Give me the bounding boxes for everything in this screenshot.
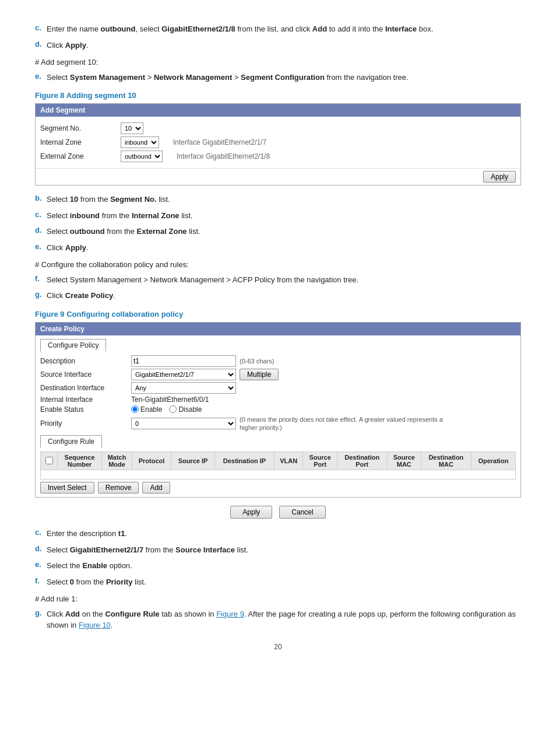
description-label: Description xyxy=(40,357,128,365)
text-e-bottom: Select the Enable option. xyxy=(47,560,521,572)
multiple-button[interactable]: Multiple xyxy=(240,369,279,380)
destination-interface-row: Destination Interface Any xyxy=(40,382,516,394)
col-vlan: VLAN xyxy=(274,452,303,470)
step-d-bottom: d. Select GigabitEthernet2/1/7 from the … xyxy=(35,544,521,556)
step-b-mid: b. Select 10 from the Segment No. list. xyxy=(35,194,521,205)
description-row: Description (0-63 chars) xyxy=(40,355,516,367)
segment-no-row: Segment No. 10 xyxy=(40,123,516,134)
letter-g-top: g. xyxy=(35,290,43,302)
disable-radio[interactable] xyxy=(169,405,177,413)
internal-zone-select[interactable]: inbound xyxy=(121,136,159,148)
select-all-checkbox[interactable] xyxy=(45,457,53,464)
text-c-bottom: Enter the description t1. xyxy=(47,528,521,540)
priority-label: Priority xyxy=(40,419,128,428)
col-source-port: SourcePort xyxy=(303,452,337,470)
priority-select[interactable]: 0 xyxy=(131,418,236,429)
enable-radio[interactable] xyxy=(131,405,139,413)
letter-f: f. xyxy=(35,274,43,286)
empty-table-row xyxy=(41,470,516,480)
letter-c-bottom: c. xyxy=(35,528,43,540)
col-sequence: SequenceNumber xyxy=(58,452,102,470)
figure10-link[interactable]: Figure 10 xyxy=(79,621,111,629)
step-e-mid: e. Click Apply. xyxy=(35,242,521,254)
hash-line-2: # Configure the collaboration policy and… xyxy=(35,259,521,271)
step-d-mid: d. Select outbound from the External Zon… xyxy=(35,226,521,237)
text-b-mid: Select 10 from the Segment No. list. xyxy=(47,194,521,205)
internal-interface-row: Internal Interface Ten-GigabitEthernet6/… xyxy=(40,396,516,404)
priority-hint: (0 means the priority does not take effe… xyxy=(240,415,461,432)
rule-table: SequenceNumber MatchMode Protocol Source… xyxy=(40,452,516,480)
step-e-bottom: e. Select the Enable option. xyxy=(35,560,521,572)
text-e-mid: Click Apply. xyxy=(47,242,521,254)
figure8-apply-button[interactable]: Apply xyxy=(483,171,516,183)
enable-status-radio-group: Enable Disable xyxy=(131,405,202,414)
add-rule-button[interactable]: Add xyxy=(142,482,170,494)
rule-button-row: Invert Select Remove Add xyxy=(40,482,516,494)
hash-line-3: # Add rule 1: xyxy=(35,593,521,605)
external-zone-interface: Interface GigabitEthernet2/1/8 xyxy=(177,152,270,160)
enable-status-label: Enable Status xyxy=(40,405,128,414)
external-zone-row: External Zone outbound Interface Gigabit… xyxy=(40,150,516,162)
col-destination-mac: DestinationMAC xyxy=(421,452,471,470)
col-source-ip: Source IP xyxy=(171,452,215,470)
description-input[interactable] xyxy=(131,355,236,367)
disable-radio-label[interactable]: Disable xyxy=(169,405,202,414)
text-g-top: Click Create Policy. xyxy=(47,290,521,302)
figure9-label: Figure 9 Configuring collaboration polic… xyxy=(35,310,521,318)
letter-e-mid: e. xyxy=(35,242,43,254)
text-c-top: Enter the name outbound, select GigabitE… xyxy=(47,23,521,35)
text-e: Select System Management > Network Manag… xyxy=(47,72,521,83)
letter-g-bottom: g. xyxy=(35,608,43,631)
step-c-bottom: c. Enter the description t1. xyxy=(35,528,521,540)
internal-interface-label: Internal Interface xyxy=(40,396,128,404)
source-interface-select[interactable]: GigabitEthernet2/1/7 xyxy=(131,369,236,380)
enable-status-row: Enable Status Enable Disable xyxy=(40,405,516,414)
configure-policy-tab[interactable]: Configure Policy xyxy=(40,339,106,352)
source-interface-label: Source Interface xyxy=(40,370,128,379)
enable-radio-label[interactable]: Enable xyxy=(131,405,162,414)
apply-button[interactable]: Apply xyxy=(230,506,272,519)
destination-interface-select[interactable]: Any xyxy=(131,382,236,394)
segment-no-select[interactable]: 10 xyxy=(121,123,143,134)
source-interface-row: Source Interface GigabitEthernet2/1/7 Mu… xyxy=(40,369,516,380)
letter-d-mid: d. xyxy=(35,226,43,237)
text-d-bottom: Select GigabitEthernet2/1/7 from the Sou… xyxy=(47,544,521,556)
internal-zone-row: Internal Zone inbound Interface GigabitE… xyxy=(40,136,516,148)
letter-d-bottom: d. xyxy=(35,544,43,556)
letter-f-bottom: f. xyxy=(35,576,43,588)
col-operation: Operation xyxy=(471,452,515,470)
step-f: f. Select System Management > Network Ma… xyxy=(35,274,521,286)
page-number: 20 xyxy=(35,643,521,651)
internal-interface-value: Ten-GigabitEthernet6/0/1 xyxy=(131,396,209,404)
step-c-top: c. Enter the name outbound, select Gigab… xyxy=(35,23,521,35)
figure9-panel-header: Create Policy xyxy=(36,323,520,335)
step-d-top: d. Click Apply. xyxy=(35,40,521,51)
col-destination-port: DestinationPort xyxy=(337,452,387,470)
step-g-top: g. Click Create Policy. xyxy=(35,290,521,302)
text-d-top: Click Apply. xyxy=(47,40,521,51)
segment-no-label: Segment No. xyxy=(40,124,116,132)
col-protocol: Protocol xyxy=(132,452,171,470)
text-c-mid: Select inbound from the Internal Zone li… xyxy=(47,210,521,222)
figure8-panel-header: Add Segment xyxy=(36,104,520,117)
letter-d-top: d. xyxy=(35,40,43,51)
letter-c-top: c. xyxy=(35,23,43,35)
col-destination-ip: Destination IP xyxy=(214,452,274,470)
text-f: Select System Management > Network Manag… xyxy=(47,274,521,286)
letter-c-mid: c. xyxy=(35,210,43,222)
action-row: Apply Cancel xyxy=(35,506,521,519)
remove-button[interactable]: Remove xyxy=(98,482,139,494)
cancel-button[interactable]: Cancel xyxy=(279,506,325,519)
figure8-label: Figure 8 Adding segment 10 xyxy=(35,91,521,100)
step-c-mid: c. Select inbound from the Internal Zone… xyxy=(35,210,521,222)
internal-zone-label: Internal Zone xyxy=(40,138,116,146)
description-hint: (0-63 chars) xyxy=(240,358,274,365)
figure8-panel: Add Segment Segment No. 10 Internal Zone… xyxy=(35,103,521,186)
figure9-panel: Create Policy Configure Policy Descripti… xyxy=(35,322,521,498)
invert-select-button[interactable]: Invert Select xyxy=(40,482,94,494)
external-zone-select[interactable]: outbound xyxy=(121,150,163,162)
configure-rule-tab[interactable]: Configure Rule xyxy=(40,435,102,448)
figure9-link[interactable]: Figure 9 xyxy=(216,610,244,618)
text-d-mid: Select outbound from the External Zone l… xyxy=(47,226,521,237)
letter-e-bottom: e. xyxy=(35,560,43,572)
